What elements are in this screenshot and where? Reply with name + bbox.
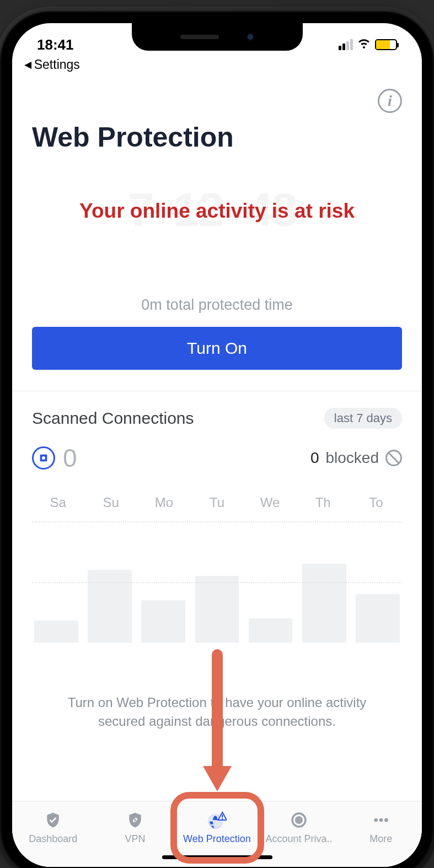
more-dots-icon (371, 810, 391, 830)
scanned-count: 0 (63, 443, 77, 473)
info-icon[interactable]: i (378, 89, 402, 113)
chart-day-label: Su (87, 495, 135, 510)
svg-point-11 (384, 818, 388, 822)
wifi-icon (357, 36, 371, 53)
chart-bar (249, 618, 293, 643)
svg-point-5 (222, 818, 223, 820)
block-icon (385, 450, 402, 466)
timeframe-chip[interactable]: last 7 days (324, 408, 402, 429)
risk-message: Your online activity is at risk (32, 186, 402, 223)
cellular-signal-icon (339, 39, 353, 50)
chart-bar (356, 594, 400, 643)
chart-bar (195, 576, 239, 643)
page-title: Web Protection (32, 121, 402, 153)
svg-rect-4 (222, 815, 223, 817)
chart-day-label: We (247, 495, 294, 510)
chart-day-label: To (352, 495, 400, 510)
battery-icon (375, 39, 397, 50)
tab-more[interactable]: More (342, 810, 420, 845)
chart-day-label: Sa (34, 495, 82, 510)
turn-on-button[interactable]: Turn On (32, 327, 402, 370)
home-indicator[interactable] (162, 855, 272, 859)
globe-alert-icon (207, 810, 227, 830)
tab-account-privacy[interactable]: Account Priva.. (260, 810, 338, 845)
compass-icon (32, 446, 55, 470)
svg-point-9 (374, 818, 378, 822)
blocked-count: 0 (310, 449, 319, 467)
divider (12, 391, 422, 391)
tab-dashboard[interactable]: Dashboard (14, 810, 92, 845)
link-shield-icon (125, 810, 145, 830)
chart-bar (34, 621, 78, 643)
scanned-connections-title: Scanned Connections (32, 409, 194, 428)
tab-web-protection[interactable]: Web Protection (178, 810, 256, 845)
svg-point-10 (379, 818, 383, 822)
status-time: 18:41 (37, 36, 74, 53)
protected-time: 0m total protected time (32, 296, 402, 314)
chart-day-label: Tu (193, 495, 240, 510)
chart-bar (141, 600, 185, 643)
hint-text: Turn on Web Protection to have your onli… (32, 693, 402, 730)
chart-day-label: Th (299, 495, 347, 510)
connections-chart: SaSuMoTuWeThTo (32, 495, 402, 660)
target-icon (289, 810, 309, 830)
blocked-label: blocked (325, 449, 379, 467)
shield-check-icon (43, 810, 63, 830)
svg-marker-1 (203, 766, 232, 791)
back-to-settings[interactable]: Settings (12, 56, 422, 72)
svg-point-8 (298, 819, 300, 821)
chart-bar (88, 570, 132, 643)
chart-day-label: Mo (140, 495, 187, 510)
chart-bar (302, 564, 346, 643)
tab-vpn[interactable]: VPN (96, 810, 174, 845)
